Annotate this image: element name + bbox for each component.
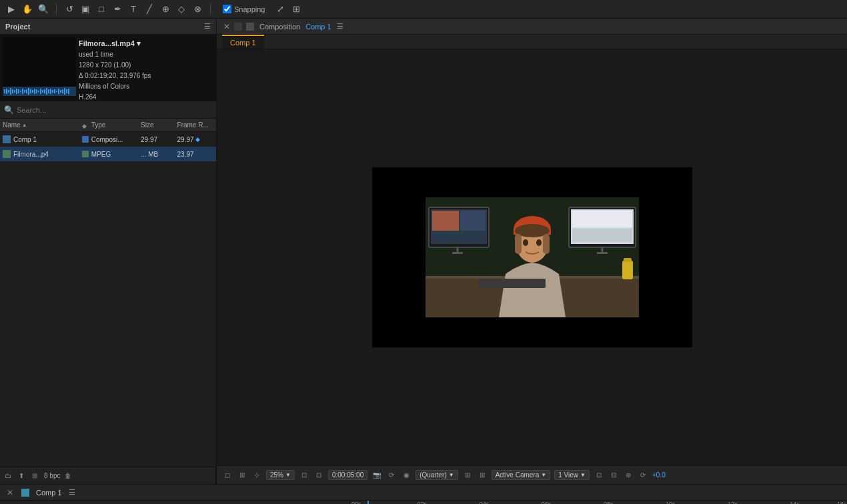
quality-arrow: ▼ [449, 472, 454, 478]
timeline-comp-icon [21, 489, 29, 497]
clone-tool[interactable]: ⊕ [159, 3, 171, 15]
trash-icon[interactable]: 🗑 [63, 471, 73, 481]
top-toolbar: ▶ ✋ 🔍 ↺ ▣ □ ✒ T ╱ ⊕ ◇ ⊗ Snapping ⤢ ⊞ [0, 0, 847, 19]
new-comp-icon[interactable]: ⊞ [29, 471, 40, 481]
vt-sync-icon[interactable]: ⟳ [386, 470, 397, 481]
ruler-04s: 04s [480, 501, 490, 504]
vt-grid-icon[interactable]: ⊞ [237, 470, 247, 481]
composition-label: Composition [259, 23, 300, 31]
vt-camera-snapshot[interactable]: 📷 [371, 470, 382, 481]
vt-render-icon[interactable]: ⊟ [608, 470, 619, 481]
row-label-filmora [82, 151, 91, 157]
video-tool[interactable]: ▣ [79, 3, 91, 15]
vt-fit-icon[interactable]: ⊡ [299, 470, 309, 481]
svg-rect-12 [28, 88, 29, 95]
vt-full-icon[interactable]: ⊞ [462, 470, 473, 481]
rotate-tool[interactable]: ↺ [63, 3, 75, 15]
svg-rect-18 [40, 89, 41, 94]
search-icon: 🔍 [4, 105, 14, 115]
select-tool[interactable]: ▶ [5, 3, 17, 15]
import-icon[interactable]: ⬆ [16, 471, 27, 481]
shape-tool[interactable]: □ [95, 3, 107, 15]
quality-dropdown[interactable]: (Quarter) ▼ [415, 470, 458, 480]
views-arrow: ▼ [580, 472, 586, 478]
svg-rect-43 [572, 229, 632, 242]
th-name: Name ▲ [3, 121, 82, 129]
vt-3d-icon[interactable]: ⊕ [623, 470, 634, 481]
vt-snap-icon[interactable]: ◻ [222, 470, 233, 481]
pen-tool[interactable]: ✒ [111, 3, 123, 15]
svg-rect-14 [32, 90, 33, 93]
svg-point-55 [536, 239, 542, 246]
svg-rect-42 [572, 211, 632, 227]
svg-rect-1 [6, 89, 7, 94]
brush-tool[interactable]: ╱ [143, 3, 155, 15]
snapping-area: Snapping [223, 5, 265, 13]
comp-menu-icon[interactable]: ☰ [337, 22, 343, 31]
vt-guide-icon[interactable]: ⊹ [251, 470, 262, 481]
table-row-filmora[interactable]: Filmora...p4 MPEG ... MB 23.97 [0, 147, 216, 161]
project-panel: Project ☰ [0, 19, 217, 484]
svg-rect-26 [56, 91, 57, 92]
zoom-tool[interactable]: 🔍 [37, 3, 49, 15]
project-table: Name ▲ ◆ Type Size Frame R... [0, 119, 216, 467]
toolbar-sep-1 [56, 4, 57, 15]
svg-rect-15 [34, 89, 35, 94]
comp-close-btn[interactable]: ✕ [222, 22, 231, 31]
svg-rect-24 [52, 90, 53, 93]
vt-comp-icon[interactable]: ⊡ [594, 470, 604, 481]
timecode-display[interactable]: 0:00:05:00 [328, 470, 367, 480]
text-tool[interactable]: T [127, 3, 139, 15]
puppet-tool[interactable]: ⊗ [191, 3, 203, 15]
table-row[interactable]: Comp 1 Composi... 29.97 29.97 ◆ [0, 132, 216, 147]
svg-rect-32 [68, 89, 69, 94]
camera-dropdown[interactable]: Active Camera ▼ [492, 470, 551, 480]
svg-rect-57 [624, 258, 632, 262]
comp-tab-comp1[interactable]: Comp 1 [222, 35, 264, 49]
sort-icon: ▲ [22, 122, 27, 128]
search-input[interactable] [17, 106, 212, 114]
vt-color-icon[interactable]: ◉ [401, 470, 411, 481]
table-header: Name ▲ ◆ Type Size Frame R... [0, 119, 216, 132]
timeline-ruler[interactable]: 00s 02s 04s 06s 08s 10s 12s 14s 16s [350, 501, 847, 504]
vt-frame-icon[interactable]: ⊡ [313, 470, 324, 481]
eraser-tool[interactable]: ◇ [175, 3, 187, 15]
hand-tool[interactable]: ✋ [21, 3, 33, 15]
row-fps-filmora: 23.97 [177, 151, 213, 158]
svg-rect-10 [24, 90, 25, 93]
svg-rect-27 [58, 89, 59, 94]
mpeg-icon [3, 150, 11, 158]
svg-rect-21 [46, 88, 47, 95]
video-frame-svg [426, 197, 639, 317]
comp-lock-icon [246, 23, 254, 31]
offset-display: +0.0 [652, 471, 666, 479]
row-name-filmora: Filmora...p4 [3, 150, 82, 158]
timeline-close-btn[interactable]: ✕ [5, 488, 15, 497]
ruler-00s: 00s [351, 501, 361, 504]
expand-tool[interactable]: ⤢ [275, 3, 287, 15]
svg-rect-5 [14, 90, 15, 93]
vt-display-icon[interactable]: ⊞ [477, 470, 488, 481]
vt-reset-icon[interactable]: ⟳ [638, 470, 648, 481]
svg-rect-31 [66, 89, 67, 93]
snapping-label: Snapping [234, 5, 265, 13]
project-menu-icon[interactable]: ☰ [204, 22, 211, 31]
th-type: Type [91, 121, 141, 129]
badge-icon: ◆ [195, 136, 200, 143]
camera-arrow: ▼ [541, 472, 546, 478]
svg-rect-16 [36, 89, 37, 93]
timeline-comp-name: Comp 1 [36, 489, 62, 497]
grid-tool[interactable]: ⊞ [291, 3, 303, 15]
composition-panel: ✕ Composition Comp 1 ☰ Comp 1 [217, 19, 847, 484]
svg-rect-52 [515, 234, 522, 254]
new-folder-icon[interactable]: 🗀 [3, 471, 13, 481]
svg-rect-17 [38, 91, 39, 92]
views-dropdown[interactable]: 1 View ▼ [554, 470, 590, 480]
ruler-14s: 14s [790, 501, 800, 504]
svg-rect-3 [10, 88, 11, 95]
snapping-checkbox[interactable] [223, 5, 231, 13]
zoom-dropdown[interactable]: 25% ▼ [266, 470, 295, 480]
asset-info: Filmora...sl.mp4 ▾ used 1 time 1280 x 72… [79, 37, 213, 99]
comp-tab-bar: Comp 1 [217, 35, 847, 49]
timeline-menu-icon[interactable]: ☰ [69, 488, 75, 497]
